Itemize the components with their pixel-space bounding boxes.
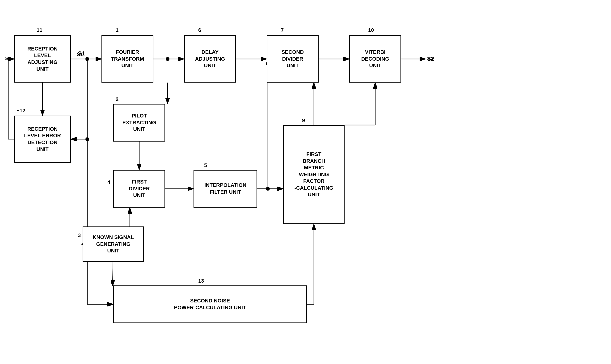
signal-s0: S0 [5, 55, 12, 62]
first-branch-metric-block: FIRSTBRANCHMETRICWEIGHTINGFACTOR-CALCULA… [283, 125, 345, 224]
block-number-6: 6 [198, 27, 201, 33]
delay-adjusting-block: DELAYADJUSTINGUNIT [184, 35, 236, 83]
viterbi-decoding-block: VITERBIDECODINGUNIT [349, 35, 401, 83]
reception-level-adjusting-label: RECEPTIONLEVELADJUSTINGUNIT [27, 46, 58, 72]
fourier-transform-label: FOURIERTRANSFORMUNIT [111, 49, 144, 69]
pilot-extracting-block: PILOTEXTRACTINGUNIT [113, 104, 165, 142]
block-number-10: 10 [368, 27, 374, 33]
first-divider-label: FIRSTDIVIDERUNIT [129, 179, 150, 199]
second-divider-label: SECONDDIVIDERUNIT [281, 49, 304, 69]
signal-s1: S1 [77, 52, 83, 58]
delay-adjusting-label: DELAYADJUSTINGUNIT [195, 49, 225, 69]
block-number-11: 11 [37, 27, 42, 33]
second-divider-block: SECONDDIVIDERUNIT [267, 35, 319, 83]
block-number-13: 13 [198, 278, 204, 284]
first-divider-block: FIRSTDIVIDERUNIT [113, 170, 165, 208]
second-noise-power-label: SECOND NOISEPOWER-CALCULATING UNIT [174, 298, 246, 311]
interpolation-filter-label: INTERPOLATIONFILTER UNIT [204, 182, 246, 195]
block-number-7: 7 [281, 27, 284, 33]
signal-s2: S2 [427, 55, 434, 62]
interpolation-filter-block: INTERPOLATIONFILTER UNIT [194, 170, 257, 208]
block-number-12: ~12 [16, 108, 25, 114]
block-number-1: 1 [116, 27, 119, 33]
known-signal-generating-label: KNOWN SIGNALGENERATINGUNIT [93, 234, 134, 254]
block-number-2: 2 [116, 96, 119, 102]
block-number-5: 5 [204, 162, 207, 169]
viterbi-decoding-label: VITERBIDECODINGUNIT [361, 49, 389, 69]
second-noise-power-block: SECOND NOISEPOWER-CALCULATING UNIT [113, 286, 307, 323]
fourier-transform-block: FOURIERTRANSFORMUNIT [102, 35, 153, 83]
pilot-extracting-label: PILOTEXTRACTINGUNIT [122, 113, 156, 133]
known-signal-generating-block: KNOWN SIGNALGENERATINGUNIT [83, 226, 144, 262]
reception-level-error-block: RECEPTIONLEVEL ERRORDETECTIONUNIT [14, 116, 71, 163]
first-branch-metric-label: FIRSTBRANCHMETRICWEIGHTINGFACTOR-CALCULA… [294, 151, 333, 198]
reception-level-adjusting-block: RECEPTIONLEVELADJUSTINGUNIT [14, 35, 71, 83]
svg-point-7 [166, 57, 170, 61]
block-number-4: 4 [107, 179, 110, 185]
reception-level-error-label: RECEPTIONLEVEL ERRORDETECTIONUNIT [24, 126, 61, 153]
block-number-3: 3 [78, 232, 81, 238]
block-number-9: 9 [302, 117, 305, 124]
